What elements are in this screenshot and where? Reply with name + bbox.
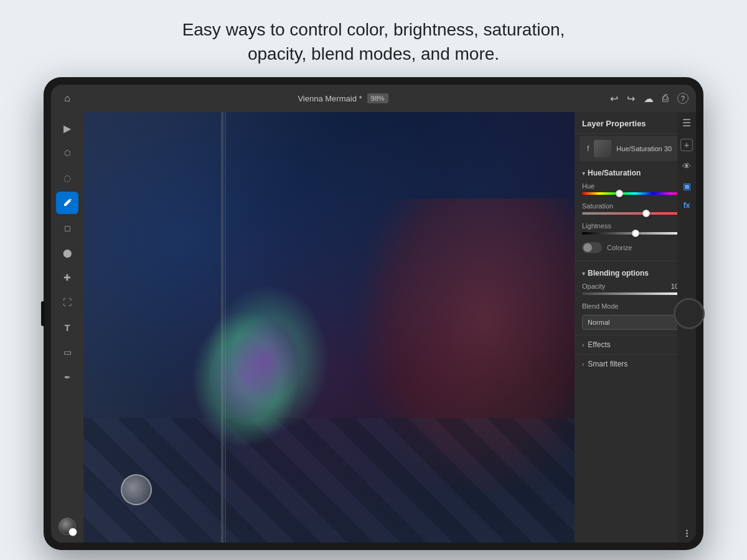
hue-label-row: Hue -50: [582, 182, 688, 190]
tool-transform[interactable]: ⬡: [56, 142, 78, 164]
blend-mode-select-wrapper[interactable]: Normal Multiply Screen Overlay Soft Ligh…: [582, 315, 688, 330]
layers-icon[interactable]: ☰: [682, 117, 691, 129]
more-icon[interactable]: •••: [684, 530, 690, 538]
hue-thumb: [616, 190, 623, 197]
opacity-label: Opacity: [582, 282, 605, 290]
toggle-knob: [583, 243, 592, 252]
help-icon[interactable]: ?: [677, 93, 688, 104]
saturation-slider[interactable]: [582, 212, 688, 215]
hue-saturation-title: Hue/Saturation: [588, 169, 641, 177]
undo-icon[interactable]: ↩: [610, 93, 618, 105]
colorize-label: Colorize: [607, 244, 632, 251]
tool-pen[interactable]: ✒: [56, 366, 78, 388]
tool-eraser[interactable]: ◻: [56, 217, 78, 239]
tool-crop[interactable]: ⛶: [56, 291, 78, 314]
lightness-slider[interactable]: [582, 232, 688, 235]
tagline: Easy ways to control color, brightness, …: [170, 0, 578, 77]
saturation-label: Saturation: [582, 202, 613, 210]
tool-paint-bucket[interactable]: ⬤: [56, 241, 78, 264]
left-toolbar: ▶ ⬡ ◌ ◻ ⬤ ✚ ⛶ T ▭ ✒: [51, 112, 83, 543]
blend-mode-row: Blend Mode: [575, 300, 696, 315]
top-bar-center: Vienna Mermaid * 98%: [76, 93, 610, 103]
saturation-thumb: [642, 210, 650, 217]
fx-icon[interactable]: fx: [684, 201, 690, 210]
layer-item[interactable]: f Hue/Saturation 30: [580, 136, 691, 161]
saturation-label-row: Saturation 25: [582, 202, 688, 210]
opacity-label-row: Opacity 100%: [582, 282, 688, 290]
hue-saturation-chevron: ▾: [582, 170, 585, 177]
effects-chevron: ›: [582, 342, 584, 348]
smart-filters-label: Smart filters: [588, 360, 627, 368]
tablet-screen: ⌂ Vienna Mermaid * 98% ↩ ↪ ☁ ⎙ ? ▶ ⬡ ◌: [51, 85, 696, 543]
color-picker[interactable]: [56, 515, 78, 538]
layer-visibility[interactable]: f: [587, 144, 589, 153]
mask-icon[interactable]: ▣: [683, 181, 691, 191]
tagline-line1: Easy ways to control color, brightness, …: [182, 17, 565, 42]
home-button[interactable]: ⌂: [59, 90, 76, 107]
lightness-thumb: [632, 230, 639, 237]
hue-slider[interactable]: [582, 192, 688, 195]
add-layer-icon[interactable]: +: [680, 139, 693, 151]
tablet-frame: ⌂ Vienna Mermaid * 98% ↩ ↪ ☁ ⎙ ? ▶ ⬡ ◌: [44, 77, 703, 550]
eye-icon[interactable]: 👁: [682, 161, 691, 171]
opacity-slider[interactable]: [582, 292, 688, 295]
tool-text[interactable]: T: [56, 316, 78, 338]
layer-thumbnail: [594, 140, 611, 157]
right-panel-wrapper: Layer Properties ☰ f Hue/Saturation 30: [575, 112, 696, 543]
share-icon[interactable]: ⎙: [662, 93, 669, 104]
home-icon: ⌂: [64, 93, 70, 104]
blending-chevron: ▾: [582, 270, 585, 277]
tool-lasso[interactable]: ◌: [56, 167, 78, 189]
cloud-icon[interactable]: ☁: [644, 93, 654, 105]
tool-brush[interactable]: [56, 192, 78, 214]
canvas-image: [83, 112, 575, 543]
blend-mode-select[interactable]: Normal Multiply Screen Overlay Soft Ligh…: [582, 315, 688, 330]
lightness-label-row: Lightness 0: [582, 222, 688, 230]
main-area: ▶ ⬡ ◌ ◻ ⬤ ✚ ⛶ T ▭ ✒: [51, 112, 696, 543]
hue-label: Hue: [582, 182, 594, 190]
blend-mode-label: Blend Mode: [582, 302, 619, 310]
file-name: Vienna Mermaid *: [298, 94, 362, 103]
panel-title: Layer Properties: [582, 119, 646, 128]
blend-mode-label-row: Blend Mode: [582, 302, 688, 310]
lightness-label: Lightness: [582, 222, 611, 230]
canvas-area[interactable]: [83, 112, 575, 543]
smart-filters-chevron: ›: [582, 361, 584, 368]
side-icons-panel: ☰ + 👁 ▣ fx •••: [677, 112, 696, 543]
blending-title: Blending options: [588, 269, 649, 278]
top-bar-actions: ↩ ↪ ☁ ⎙ ?: [610, 93, 688, 105]
effects-label: Effects: [588, 340, 610, 349]
tool-select[interactable]: ▶: [56, 117, 78, 139]
tool-healing[interactable]: ✚: [56, 266, 78, 289]
tool-image[interactable]: ▭: [56, 341, 78, 363]
zoom-badge: 98%: [367, 93, 388, 103]
top-bar: ⌂ Vienna Mermaid * 98% ↩ ↪ ☁ ⎙ ?: [51, 85, 696, 112]
tagline-line2: opacity, blend modes, and more.: [182, 42, 565, 66]
colorize-toggle[interactable]: [582, 242, 602, 253]
layer-name: Hue/Saturation 30: [616, 145, 684, 152]
redo-icon[interactable]: ↪: [627, 93, 635, 105]
